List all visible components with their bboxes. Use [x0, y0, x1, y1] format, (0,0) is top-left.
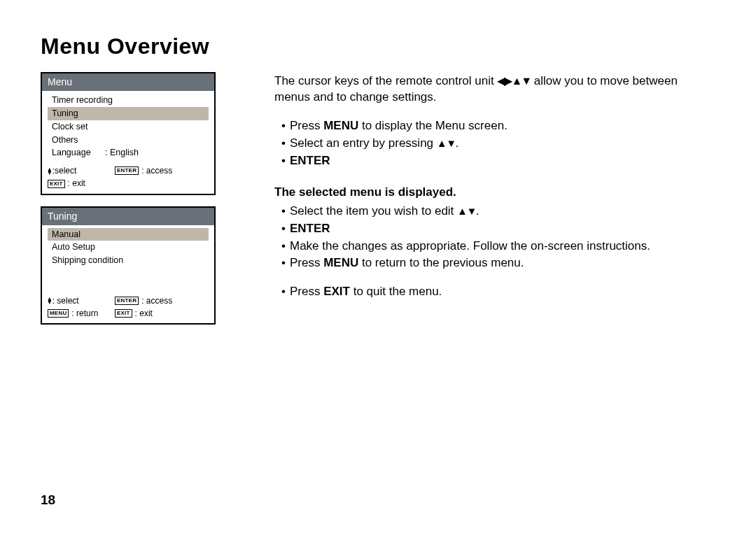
- menu-item-language: Language : English: [42, 146, 214, 159]
- menu-screenshot-main: Menu Timer recording Tuning Clock set Ot…: [41, 72, 216, 195]
- footer-access: : access: [141, 295, 172, 306]
- footer-exit: : exit: [135, 308, 153, 319]
- text: to return to the previous menu.: [358, 256, 524, 269]
- enter-keycap-icon: ENTER: [115, 297, 139, 305]
- exit-keycap-icon: EXIT: [115, 309, 132, 318]
- updown-diamond-icon: ♦: [48, 292, 52, 309]
- content-columns: Menu Timer recording Tuning Clock set Ot…: [41, 72, 715, 336]
- menu-body: Manual Auto Setup Shipping condition: [42, 225, 214, 292]
- footer-return: : return: [71, 308, 98, 319]
- menu-item: Others: [42, 134, 214, 147]
- bold-menu: MENU: [323, 119, 358, 132]
- updown-diamond-icon: ♦: [48, 162, 52, 179]
- menu-item: Auto Setup: [42, 241, 214, 254]
- right-column: The cursor keys of the remote control un…: [230, 72, 715, 336]
- page-title: Menu Overview: [41, 34, 715, 59]
- menu-item: Shipping condition: [42, 254, 214, 267]
- manual-page: Menu Overview Menu Timer recording Tunin…: [0, 0, 756, 533]
- instruction-item: Select an entry by pressing ▲▼.: [281, 136, 715, 152]
- text: Select an entry by pressing: [290, 136, 437, 150]
- text: Press: [290, 119, 323, 132]
- intro-paragraph: The cursor keys of the remote control un…: [274, 73, 715, 106]
- text: to display the Menu screen.: [358, 119, 507, 132]
- instruction-item: ENTER: [281, 221, 715, 237]
- menu-keycap-icon: MENU: [48, 309, 69, 318]
- footer-select: :select: [52, 165, 77, 176]
- four-arrow-icon: ◀▶▲▼: [497, 75, 531, 87]
- bold-enter: ENTER: [290, 222, 330, 235]
- bold-menu: MENU: [323, 256, 358, 269]
- instruction-item: Select the item you wish to edit ▲▼.: [281, 204, 715, 220]
- text: Press: [290, 256, 323, 269]
- footer-access: : access: [141, 165, 172, 176]
- language-label: Language: [52, 147, 105, 159]
- updown-arrow-icon: ▲▼: [437, 137, 456, 149]
- text: .: [476, 204, 479, 218]
- bold-enter: ENTER: [290, 154, 330, 167]
- page-number: 18: [41, 492, 55, 508]
- text: to quit the menu.: [350, 285, 442, 298]
- enter-keycap-icon: ENTER: [115, 166, 139, 175]
- instruction-list-1: Press MENU to display the Menu screen. S…: [274, 118, 715, 169]
- instruction-list-2: Select the item you wish to edit ▲▼. ENT…: [274, 204, 715, 301]
- left-column: Menu Timer recording Tuning Clock set Ot…: [41, 72, 230, 336]
- menu-body: Timer recording Tuning Clock set Others …: [42, 91, 214, 162]
- instruction-item: Make the changes as appropriate. Follow …: [281, 239, 715, 255]
- menu-footer: ♦ :select ENTER : access EXIT : exit: [42, 162, 214, 193]
- footer-select: : select: [52, 295, 79, 306]
- text: Make the changes as appropriate. Follow …: [290, 239, 650, 253]
- menu-footer: ♦ : select ENTER : access MENU : return: [42, 292, 214, 323]
- updown-arrow-icon: ▲▼: [457, 205, 476, 217]
- text: .: [455, 136, 458, 150]
- menu-screenshot-tuning: Tuning Manual Auto Setup Shipping condit…: [41, 206, 216, 325]
- menu-header: Menu: [42, 73, 214, 91]
- instruction-item: Press EXIT to quit the menu.: [281, 284, 715, 300]
- menu-header: Tuning: [42, 208, 214, 225]
- bold-exit: EXIT: [323, 285, 350, 298]
- instruction-item: Press MENU to return to the previous men…: [281, 255, 715, 271]
- language-value: : English: [105, 147, 139, 159]
- text: Press: [290, 285, 323, 298]
- instruction-item: ENTER: [281, 153, 715, 169]
- subheading: The selected menu is displayed.: [274, 185, 715, 201]
- menu-item-selected: Manual: [48, 228, 209, 241]
- menu-item: Clock set: [42, 120, 214, 134]
- menu-item: Timer recording: [42, 94, 214, 107]
- text: Select the item you wish to edit: [290, 204, 457, 218]
- instruction-item: Press MENU to display the Menu screen.: [281, 118, 715, 134]
- footer-exit: : exit: [68, 178, 85, 189]
- intro-text-a: The cursor keys of the remote control un…: [274, 74, 497, 87]
- exit-keycap-icon: EXIT: [48, 180, 65, 188]
- menu-item-selected: Tuning: [48, 107, 209, 120]
